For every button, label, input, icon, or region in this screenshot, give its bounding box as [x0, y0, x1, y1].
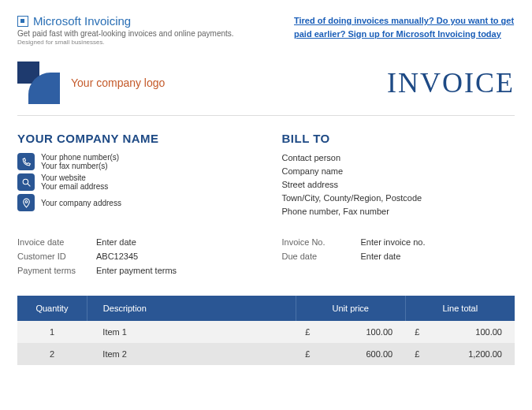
customer-id-label: Customer ID — [17, 252, 96, 261]
billto-phone: Phone number, Fax number — [282, 207, 515, 216]
invoice-date-label: Invoice date — [17, 237, 96, 247]
company-address: Your company address — [41, 199, 121, 207]
th-description: Description — [87, 296, 296, 321]
cell-unit: £600.00 — [296, 343, 405, 365]
svg-line-1 — [28, 184, 30, 186]
th-unit-price: Unit price — [296, 296, 405, 321]
table-row: 1 Item 1 £100.00 £100.00 — [17, 321, 515, 343]
th-line-total: Line total — [405, 296, 515, 321]
divider — [17, 115, 515, 116]
th-quantity: Quantity — [17, 296, 87, 321]
company-phone: Your phone number(s) — [41, 153, 119, 162]
due-date-value: Enter date — [361, 252, 401, 261]
line-items-table: Quantity Description Unit price Line tot… — [17, 296, 515, 365]
company-email: Your email address — [41, 182, 108, 191]
brand-title: Microsoft Invoicing — [33, 14, 131, 28]
invoice-title: INVOICE — [387, 66, 515, 99]
cell-desc: Item 2 — [87, 343, 296, 365]
brand-tagline: Get paid fast with great-looking invoice… — [17, 29, 234, 38]
cell-qty: 1 — [17, 321, 87, 343]
company-heading: YOUR COMPANY NAME — [17, 132, 251, 145]
billto-street: Street address — [282, 180, 515, 189]
invoice-no-value: Enter invoice no. — [361, 237, 426, 247]
due-date-label: Due date — [282, 252, 361, 261]
payment-terms-label: Payment terms — [17, 266, 96, 275]
promo-link[interactable]: Tired of doing invoices manually? Do you… — [294, 14, 515, 46]
invoice-document: Microsoft Invoicing Get paid fast with g… — [0, 0, 532, 379]
invoice-no-label: Invoice No. — [282, 237, 361, 247]
location-icon — [17, 194, 35, 211]
billto-heading: BILL TO — [282, 132, 515, 145]
customer-id-value: ABC12345 — [96, 252, 138, 261]
invoice-date-value: Enter date — [96, 237, 136, 247]
brand-subtag: Designed for small businesses. — [17, 39, 234, 46]
company-website: Your website — [41, 173, 108, 182]
brand-block: Microsoft Invoicing Get paid fast with g… — [17, 14, 234, 46]
cell-total: £1,200.00 — [405, 343, 515, 365]
table-row: 2 Item 2 £600.00 £1,200.00 — [17, 343, 515, 365]
cell-unit: £100.00 — [296, 321, 405, 343]
phone-icon — [17, 153, 35, 170]
svg-point-0 — [23, 179, 28, 184]
billto-city: Town/City, County/Region, Postcode — [282, 193, 515, 203]
billto-contact: Contact person — [282, 153, 515, 162]
cell-qty: 2 — [17, 343, 87, 365]
company-logo-icon — [17, 62, 60, 104]
ms-invoicing-icon — [17, 16, 28, 27]
payment-terms-value: Enter payment terms — [96, 266, 177, 275]
logo-placeholder-text: Your company logo — [71, 76, 165, 89]
company-fax: Your fax number(s) — [41, 162, 119, 170]
svg-point-2 — [25, 200, 28, 203]
billto-company: Company name — [282, 166, 515, 176]
cell-desc: Item 1 — [87, 321, 296, 343]
cell-total: £100.00 — [405, 321, 515, 343]
search-icon — [17, 173, 35, 191]
